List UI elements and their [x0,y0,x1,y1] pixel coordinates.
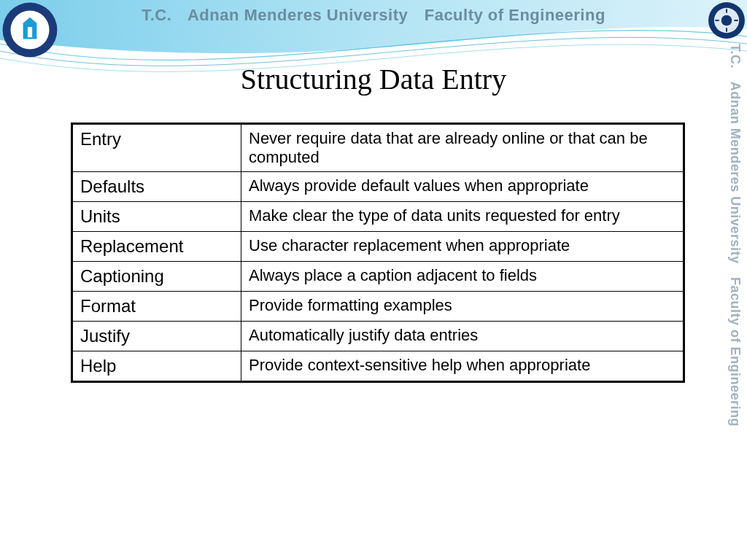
table-row: Replacement Use character replacement wh… [72,232,684,262]
faculty-logo-icon [708,1,746,39]
row-value: Always place a caption adjacent to field… [241,262,684,292]
table-row: Captioning Always place a caption adjace… [72,262,684,292]
svg-rect-2 [28,27,32,37]
row-key: Entry [72,124,241,172]
row-key: Captioning [72,262,241,292]
row-value: Provide context-sensitive help when appr… [241,351,684,382]
svg-rect-7 [726,28,727,31]
row-value: Provide formatting examples [241,292,684,322]
row-value: Make clear the type of data units reques… [241,202,684,232]
row-key: Format [72,292,241,322]
svg-point-5 [721,15,732,26]
row-value: Never require data that are already onli… [241,124,684,172]
svg-rect-8 [715,20,719,21]
data-entry-guidelines-table: Entry Never require data that are alread… [71,122,685,383]
row-value: Always provide default values when appro… [241,172,684,202]
table-row: Format Provide formatting examples [72,292,684,322]
table-row: Justify Automatically justify data entri… [72,322,684,351]
slide-title: Structuring Data Entry [0,62,747,96]
row-value: Automatically justify data entries [241,322,684,351]
university-logo-icon [1,1,58,58]
row-key: Units [72,202,241,232]
table-row: Defaults Always provide default values w… [72,172,684,202]
row-key: Replacement [72,232,241,262]
table-row: Help Provide context-sensitive help when… [72,351,684,382]
svg-rect-6 [726,9,727,12]
side-banner-text: T.C. Adnan Menderes University Faculty o… [721,44,743,510]
table-row: Entry Never require data that are alread… [72,124,684,172]
row-key: Help [72,351,241,382]
header-banner-text: T.C. Adnan Menderes University Faculty o… [0,6,747,25]
row-key: Defaults [72,172,241,202]
row-value: Use character replacement when appropria… [241,232,684,262]
svg-rect-9 [734,20,738,21]
table-row: Units Make clear the type of data units … [72,202,684,232]
row-key: Justify [72,322,241,351]
